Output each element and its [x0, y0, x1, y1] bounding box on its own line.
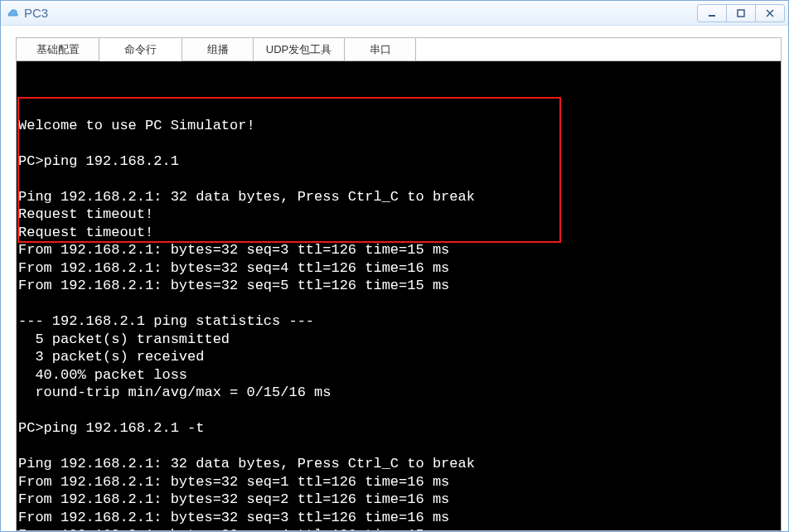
main-panel: 基础配置 命令行 组播 UDP发包工具 串口 Welcome to use PC… [16, 37, 782, 531]
terminal-line [18, 295, 779, 313]
terminal-line: 40.00% packet loss [18, 366, 779, 384]
terminal-line [18, 402, 779, 420]
terminal-line: From 192.168.2.1: bytes=32 seq=4 ttl=126… [18, 526, 779, 530]
terminal-line: Request timeout! [18, 224, 779, 242]
terminal-line: From 192.168.2.1: bytes=32 seq=2 ttl=126… [18, 491, 779, 509]
title-left: PC3 [6, 6, 48, 20]
terminal-line [18, 438, 779, 456]
tab-multicast[interactable]: 组播 [182, 38, 254, 60]
window-controls [698, 4, 785, 22]
tab-strip: 基础配置 命令行 组播 UDP发包工具 串口 [17, 38, 781, 61]
terminal-line: From 192.168.2.1: bytes=32 seq=3 ttl=126… [18, 241, 779, 259]
svg-rect-1 [738, 10, 744, 17]
terminal-line: From 192.168.2.1: bytes=32 seq=5 ttl=126… [18, 277, 779, 295]
terminal-line: --- 192.168.2.1 ping statistics --- [18, 312, 779, 331]
terminal-line: Ping 192.168.2.1: 32 data bytes, Press C… [18, 455, 779, 473]
terminal-line: Ping 192.168.2.1: 32 data bytes, Press C… [18, 188, 779, 206]
terminal-line: Request timeout! [18, 206, 779, 224]
maximize-button[interactable] [726, 4, 756, 22]
terminal-line: From 192.168.2.1: bytes=32 seq=4 ttl=126… [18, 259, 779, 278]
terminal-line: From 192.168.2.1: bytes=32 seq=1 ttl=126… [18, 473, 779, 491]
terminal-line: PC>ping 192.168.2.1 -t [18, 419, 779, 438]
terminal-line: 5 packet(s) transmitted [18, 331, 779, 349]
terminal-line: PC>ping 192.168.2.1 [18, 152, 779, 171]
tab-serial[interactable]: 串口 [345, 38, 416, 60]
window-title: PC3 [24, 6, 48, 20]
minimize-button[interactable] [697, 4, 727, 22]
app-icon [6, 7, 19, 20]
tab-udp-tool[interactable]: UDP发包工具 [254, 38, 345, 60]
svg-rect-0 [709, 15, 715, 17]
terminal-line: round-trip min/avg/max = 0/15/16 ms [18, 384, 779, 402]
tab-command-line[interactable]: 命令行 [99, 38, 182, 60]
terminal-output[interactable]: Welcome to use PC Simulator! PC>ping 192… [17, 61, 781, 530]
terminal-line [18, 170, 779, 188]
title-bar: PC3 [1, 1, 788, 26]
app-window: PC3 基础配置 命令行 组播 UDP发包工具 串口 Welcome to us… [0, 0, 789, 532]
terminal-line: From 192.168.2.1: bytes=32 seq=3 ttl=126… [18, 509, 779, 527]
terminal-line [18, 134, 779, 152]
terminal-line: 3 packet(s) received [18, 348, 779, 366]
tab-basic-config[interactable]: 基础配置 [17, 38, 99, 60]
terminal-line: Welcome to use PC Simulator! [18, 117, 779, 135]
close-button[interactable] [755, 4, 785, 22]
